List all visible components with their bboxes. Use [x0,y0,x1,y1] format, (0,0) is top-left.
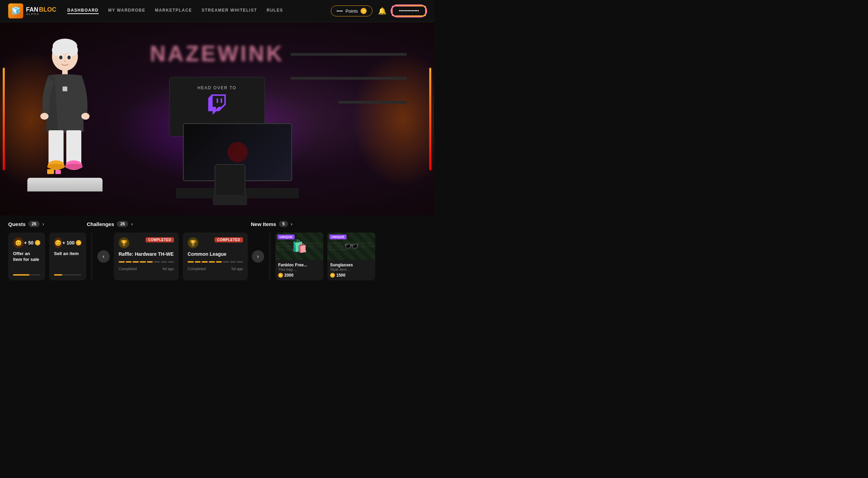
challenge-time-2: 5d ago [231,267,243,271]
user-profile-button[interactable]: •••••••••••••• [392,6,426,16]
shelf-bot [338,101,407,104]
challenges-prev-arrow[interactable]: ‹ [97,250,110,263]
quest-icon-2: 😊 [54,237,62,248]
svg-point-17 [47,164,65,169]
challenge-time-1: 4d ago [162,267,174,271]
completed-badge-2: COMPLETED [215,237,243,242]
new-item-info-1: Fanbloc Free... This bag ... 🪙 2000 [275,260,323,280]
unique-badge-2: UNIQUE [329,235,347,239]
shelf-mid [290,77,407,80]
dot [202,261,208,263]
newitems-header: New Items 5 › [251,221,426,227]
newitems-title: New Items [251,221,276,227]
nav-wardrobe[interactable]: MY WARDROBE [108,8,146,14]
logo[interactable]: 🧊 FAN BLOC ALPHA [8,3,56,18]
svg-point-7 [67,55,71,59]
avatar-character [38,36,92,180]
challenge-footer-1: Completed 4d ago [119,267,174,271]
challenge-status-2: Completed [188,267,206,271]
new-item-name-2: Sunglasses [330,263,372,267]
quest-reward-sign-2: + [62,240,65,245]
nav-dashboard[interactable]: DASHBOARD [67,8,99,14]
challenge-status-1: Completed [119,267,137,271]
points-value: •••• [337,9,343,14]
nav-rules[interactable]: RULES [267,8,283,14]
dot [230,261,236,263]
dot [188,261,194,263]
challenge-title-2: Common League [188,251,243,257]
logo-fan: FAN [26,6,38,13]
logo-icon: 🧊 [8,3,23,18]
notification-bell-button[interactable]: 🔔 [378,7,386,15]
unique-badge-1: UNIQUE [277,235,295,239]
svg-point-18 [65,164,83,169]
nav-right: •••• Points 🪙 🔔 •••••••••••••• [331,5,426,16]
newitems-arrow[interactable]: › [291,221,293,227]
quest-icon-1: 😊 [13,237,24,248]
quest-card-1[interactable]: 😊 + 50 🪙 Offer an item for sale [8,233,45,280]
side-bar-right [429,68,431,170]
new-item-card-2[interactable]: FANBLOC FANBLOC FANBLOC FANBLOC FANBLOC … [327,233,375,280]
challenge-trophy-1: 🏆 [119,237,130,248]
section-headers: Quests 26 › Challenges 26 › New Items 5 … [8,221,426,227]
chair-seat [213,195,247,205]
quest-reward-1: + 50 🪙 [24,240,40,245]
challenge-top-1: 🏆 COMPLETED [119,237,174,248]
dot [119,261,125,263]
svg-point-6 [59,55,63,59]
svg-point-2 [52,45,62,56]
dot [216,261,222,263]
avatar-figure [31,31,99,191]
new-item-price-2: 🪙 1500 [330,273,372,278]
challenges-arrow[interactable]: › [131,221,133,227]
completed-badge-1: COMPLETED [146,237,174,242]
new-item-thumb-2: 🕶️ [344,239,359,253]
dot [133,261,139,263]
dot [154,261,160,263]
svg-rect-19 [47,169,54,174]
price-value-2: 1500 [336,273,345,278]
challenge-top-2: 🏆 COMPLETED [188,237,243,248]
nav-links: DASHBOARD MY WARDROBE MARKETPLACE STREAM… [67,8,320,14]
logo-bloc: BLOC [39,6,56,13]
new-item-card-1[interactable]: FANBLOC FANBLOC FANBLOC FANBLOC FANBLOC … [275,233,323,280]
quest-progress-fill-1 [13,274,29,276]
challenge-trophy-2: 🏆 [188,237,199,248]
new-item-info-2: Sunglasses Style item ... 🪙 1500 [327,260,375,280]
navbar: 🧊 FAN BLOC ALPHA DASHBOARD MY WARDROBE M… [0,0,434,22]
quests-arrow[interactable]: › [42,221,44,227]
divider-2 [270,233,270,280]
quest-reward-2: + 100 🪙 [62,240,81,245]
dot [126,261,132,263]
newitems-count: 5 [279,221,288,227]
challenge-dots-1 [119,261,174,263]
nav-marketplace[interactable]: MARKETPLACE [155,8,192,14]
shelf-top [290,53,407,56]
price-coin-icon-1: 🪙 [278,273,283,278]
points-button[interactable]: •••• Points 🪙 [331,5,372,16]
quest-card-2[interactable]: 😊 + 100 🪙 Sell an item [49,233,86,280]
dot [237,261,243,263]
nav-whitelist[interactable]: STREAMER WHITELIST [202,8,257,14]
quests-title: Quests [8,221,26,227]
challenge-card-2[interactable]: 🏆 COMPLETED Common League Completed 5d a… [183,233,248,280]
quest-label-1: Offer an item for sale [13,251,40,263]
dot [161,261,167,263]
price-value-1: 2000 [284,273,294,278]
logo-text: FAN BLOC ALPHA [26,6,56,16]
quest-progress-bar-2 [54,274,81,276]
dot [140,261,146,263]
logo-alpha: ALPHA [26,13,56,16]
svg-rect-13 [49,130,64,164]
quest-coin-icon-2: 🪙 [76,240,81,245]
quest-card-top-1: 😊 + 50 🪙 [13,237,40,248]
dot [195,261,201,263]
challenges-next-arrow[interactable]: › [252,250,264,263]
new-item-desc-1: This bag ... [278,267,321,271]
challenge-card-1[interactable]: 🏆 COMPLETED Raffle: Hardware TH-WE Compl… [114,233,179,280]
desk-area [173,133,302,209]
svg-point-3 [68,45,78,56]
quest-coin-icon-1: 🪙 [35,240,40,245]
quests-count: 26 [28,221,40,227]
divider-1 [92,233,92,280]
